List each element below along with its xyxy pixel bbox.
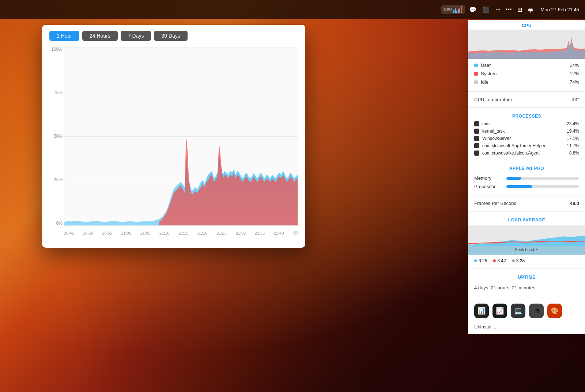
- idle-value: 74%: [570, 79, 579, 85]
- process-pct-falcon: 8.8%: [569, 151, 579, 156]
- cpu-user-row: User 14%: [468, 61, 585, 69]
- load-value-1: 3.25: [479, 258, 487, 263]
- menubar-camera-icon[interactable]: ⬛: [481, 5, 491, 14]
- load-legend-3: 3.28: [512, 258, 525, 263]
- process-name-apptamer: com.stclairsoft.AppTamer.Helper: [482, 143, 567, 148]
- process-name-kernel: kernel_task: [482, 129, 567, 134]
- load-average-legend: 3.25 3.42 3.28: [468, 256, 585, 266]
- x-label-2100: 21:00: [121, 231, 131, 235]
- x-label-2050: 20:50: [83, 231, 93, 235]
- x-label-2105: 21:05: [140, 231, 151, 235]
- load-legend-1: 3.25: [474, 258, 487, 263]
- divider-3: [468, 160, 585, 160]
- divider-6: [468, 269, 585, 269]
- tab-24-hours[interactable]: 24 Hours: [82, 31, 118, 41]
- menubar-airplay-icon[interactable]: ▱: [494, 5, 501, 14]
- process-pct-mds: 23.4%: [567, 121, 579, 126]
- app-icon-1[interactable]: 📊: [474, 304, 489, 318]
- load-value-2: 3.42: [497, 258, 506, 263]
- apptamer-icon: [474, 143, 479, 148]
- x-label-2135: 21:35: [255, 231, 265, 235]
- x-label-clock-icon: 🕐: [293, 231, 298, 236]
- user-color-dot: [474, 64, 478, 67]
- chart-window: 1 Hour 24 Hours 7 Days 30 Days 100% 75% …: [42, 25, 305, 248]
- divider-2: [468, 107, 585, 108]
- y-label-75: 75%: [54, 90, 64, 95]
- menubar-more-icon[interactable]: •••: [504, 5, 513, 14]
- x-label-2120: 21:20: [197, 231, 208, 235]
- process-row-mds: mds 23.4%: [468, 120, 585, 128]
- process-row-apptamer: com.stclairsoft.AppTamer.Helper 11.7%: [468, 142, 585, 149]
- processes-section-header: PROCESSES: [468, 111, 585, 120]
- load-average-header: LOAD AVERAGE: [468, 214, 585, 224]
- processor-bar-fill: [506, 185, 532, 188]
- x-label-2110: 21:10: [159, 231, 170, 235]
- chart-svg: [64, 47, 298, 225]
- tab-1-hour[interactable]: 1 Hour: [49, 31, 79, 41]
- fps-row: Frames Per Second 49.0: [468, 198, 585, 208]
- processor-resource-label: Processor: [474, 184, 503, 189]
- uninstall-link[interactable]: Uninstall...: [468, 322, 585, 334]
- app-icon-3[interactable]: 💻: [511, 304, 525, 318]
- menubar-clock: Mon 27 Feb 21:45: [540, 7, 579, 12]
- cpu-idle-row: Idle 74%: [468, 78, 585, 86]
- user-label: User: [481, 62, 570, 68]
- tab-7-days[interactable]: 7 Days: [121, 31, 151, 41]
- divider-1: [468, 91, 585, 92]
- process-name-windowserver: WindowServer: [482, 136, 567, 141]
- cpu-system-row: System 12%: [468, 69, 585, 78]
- load-dot-1: [474, 259, 477, 262]
- cpu-section-header: CPU: [468, 20, 585, 30]
- y-label-25: 25%: [54, 177, 64, 182]
- cpu-widget-label: CPU: [444, 8, 452, 12]
- menubar-messages-icon[interactable]: 💬: [468, 5, 478, 14]
- system-cpu-area: [159, 138, 298, 225]
- x-label-2140: 21:40: [274, 231, 284, 235]
- kernel-icon: [474, 129, 479, 134]
- load-average-chart: Peak Load: 6: [468, 225, 585, 255]
- mds-icon: [474, 121, 479, 126]
- cpu-temp-row: CPU Temperature 43°: [468, 95, 585, 104]
- divider-4: [468, 195, 585, 195]
- processes-list: mds 23.4% kernel_task 19.4% WindowServer…: [468, 120, 585, 157]
- app-icon-5[interactable]: 🎨: [547, 304, 562, 318]
- chart-area: 100% 75% 50% 25% 0%: [42, 47, 305, 244]
- x-label-2045: 20:45: [64, 231, 74, 235]
- app-icon-2[interactable]: 📈: [492, 304, 507, 318]
- uptime-value: 4 days, 21 hours, 21 minutes: [474, 285, 535, 290]
- x-label-2055: 20:55: [102, 231, 112, 235]
- x-label-2130: 21:30: [235, 231, 246, 235]
- menubar: CPU 💬 ⬛ ▱ ••• ⊞ ◉ Mon 27 Feb 21:45: [0, 0, 585, 19]
- load-legend-2: 3.42: [493, 258, 506, 263]
- x-axis-labels: 20:45 20:50 20:55 21:00 21:05 21:10 21:1…: [64, 226, 298, 240]
- windowserver-icon: [474, 136, 479, 141]
- tab-30-days[interactable]: 30 Days: [154, 31, 187, 41]
- idle-label: Idle: [481, 79, 570, 85]
- divider-5: [468, 211, 585, 212]
- process-row-falcon: com.crowdstrike.falcon.Agent 8.8%: [468, 149, 585, 157]
- menubar-control-center-icon[interactable]: ⊞: [516, 5, 524, 14]
- memory-resource-label: Memory: [474, 175, 503, 181]
- y-label-0: 0%: [56, 221, 64, 226]
- process-pct-windowserver: 17.1%: [567, 136, 579, 141]
- load-dot-3: [512, 259, 515, 262]
- y-label-100: 100%: [51, 47, 64, 52]
- process-name-falcon: com.crowdstrike.falcon.Agent: [482, 151, 569, 156]
- apple-m1-section: Memory Processor: [468, 172, 585, 192]
- memory-resource-row: Memory: [468, 174, 585, 182]
- memory-bar-fill: [506, 177, 521, 180]
- divider-7: [468, 297, 585, 297]
- load-value-3: 3.28: [516, 258, 525, 263]
- app-icon-4[interactable]: 🖥: [529, 304, 544, 318]
- cpu-menubar-widget[interactable]: CPU: [441, 5, 465, 14]
- chart-toolbar: 1 Hour 24 Hours 7 Days 30 Days: [42, 25, 305, 47]
- y-label-50: 50%: [54, 134, 64, 139]
- x-label-2125: 21:25: [216, 231, 227, 235]
- processor-bar-bg: [506, 185, 579, 188]
- cpu-mini-chart: [468, 30, 585, 59]
- apple-m1-header: APPLE M1 PRO: [468, 163, 585, 172]
- falcon-icon: [474, 151, 479, 156]
- menubar-siri-icon[interactable]: ◉: [526, 5, 535, 14]
- stats-panel: CPU User 14% System 12% Idle 74%: [468, 20, 585, 334]
- memory-bar-bg: [506, 177, 579, 180]
